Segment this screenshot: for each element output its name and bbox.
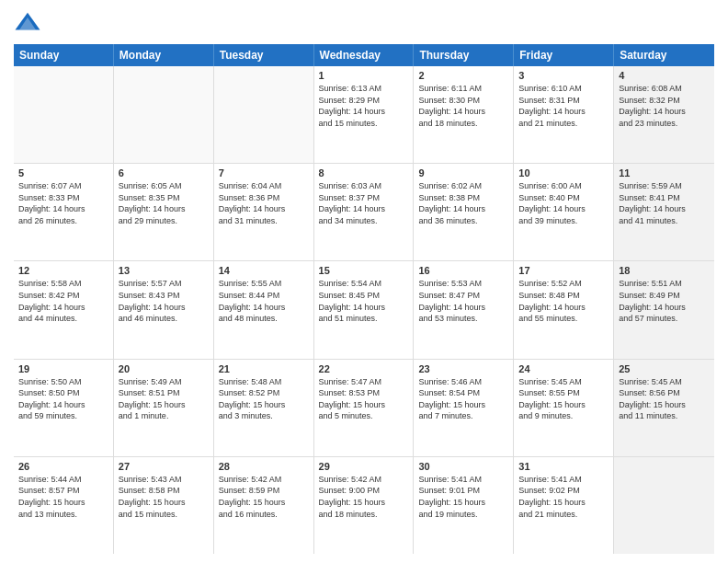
day-info: Sunrise: 6:08 AM Sunset: 8:32 PM Dayligh… [619, 83, 710, 129]
day-info: Sunrise: 6:11 AM Sunset: 8:30 PM Dayligh… [418, 83, 508, 129]
day-number: 25 [619, 363, 710, 374]
day-cell-1: 1Sunrise: 6:13 AM Sunset: 8:29 PM Daylig… [314, 66, 415, 163]
day-info: Sunrise: 6:00 AM Sunset: 8:40 PM Dayligh… [518, 180, 609, 226]
day-cell-14: 14Sunrise: 5:55 AM Sunset: 8:44 PM Dayli… [214, 261, 314, 358]
day-info: Sunrise: 6:05 AM Sunset: 8:35 PM Dayligh… [119, 180, 209, 226]
day-info: Sunrise: 5:59 AM Sunset: 8:41 PM Dayligh… [619, 180, 710, 226]
day-info: Sunrise: 5:45 AM Sunset: 8:55 PM Dayligh… [518, 376, 609, 422]
day-number: 11 [619, 167, 710, 178]
day-info: Sunrise: 5:50 AM Sunset: 8:50 PM Dayligh… [18, 376, 108, 422]
day-cell-29: 29Sunrise: 5:42 AM Sunset: 9:00 PM Dayli… [314, 457, 415, 554]
day-info: Sunrise: 5:47 AM Sunset: 8:53 PM Dayligh… [319, 376, 409, 422]
day-number: 28 [219, 461, 309, 472]
header [14, 9, 714, 37]
day-info: Sunrise: 6:03 AM Sunset: 8:37 PM Dayligh… [319, 180, 409, 226]
day-number: 19 [18, 363, 108, 374]
day-cell-3: 3Sunrise: 6:10 AM Sunset: 8:31 PM Daylig… [514, 66, 614, 163]
day-number: 18 [619, 265, 710, 276]
day-number: 3 [518, 70, 609, 81]
day-info: Sunrise: 5:46 AM Sunset: 8:54 PM Dayligh… [418, 376, 508, 422]
day-number: 10 [518, 167, 609, 178]
day-cell-16: 16Sunrise: 5:53 AM Sunset: 8:47 PM Dayli… [414, 261, 514, 358]
empty-cell [114, 66, 214, 163]
day-info: Sunrise: 6:04 AM Sunset: 8:36 PM Dayligh… [219, 180, 309, 226]
day-cell-2: 2Sunrise: 6:11 AM Sunset: 8:30 PM Daylig… [414, 66, 514, 163]
day-number: 4 [619, 70, 710, 81]
day-cell-7: 7Sunrise: 6:04 AM Sunset: 8:36 PM Daylig… [214, 164, 314, 260]
day-cell-13: 13Sunrise: 5:57 AM Sunset: 8:43 PM Dayli… [114, 261, 214, 358]
day-info: Sunrise: 6:10 AM Sunset: 8:31 PM Dayligh… [518, 83, 609, 129]
logo [14, 9, 45, 37]
day-info: Sunrise: 6:02 AM Sunset: 8:38 PM Dayligh… [418, 180, 508, 226]
day-number: 6 [119, 167, 209, 178]
day-info: Sunrise: 5:52 AM Sunset: 8:48 PM Dayligh… [518, 278, 609, 324]
day-info: Sunrise: 5:55 AM Sunset: 8:44 PM Dayligh… [219, 278, 309, 324]
day-info: Sunrise: 6:07 AM Sunset: 8:33 PM Dayligh… [18, 180, 108, 226]
day-number: 26 [18, 461, 108, 472]
week-row-5: 26Sunrise: 5:44 AM Sunset: 8:57 PM Dayli… [14, 457, 714, 554]
week-row-2: 5Sunrise: 6:07 AM Sunset: 8:33 PM Daylig… [14, 164, 714, 261]
day-cell-6: 6Sunrise: 6:05 AM Sunset: 8:35 PM Daylig… [114, 164, 214, 260]
day-header-monday: Monday [114, 44, 214, 66]
day-info: Sunrise: 5:41 AM Sunset: 9:01 PM Dayligh… [418, 474, 508, 520]
day-cell-21: 21Sunrise: 5:48 AM Sunset: 8:52 PM Dayli… [214, 360, 314, 456]
day-cell-26: 26Sunrise: 5:44 AM Sunset: 8:57 PM Dayli… [14, 457, 114, 554]
day-header-wednesday: Wednesday [314, 44, 415, 66]
day-number: 14 [219, 265, 309, 276]
day-number: 7 [219, 167, 309, 178]
day-info: Sunrise: 5:45 AM Sunset: 8:56 PM Dayligh… [619, 376, 710, 422]
day-cell-31: 31Sunrise: 5:41 AM Sunset: 9:02 PM Dayli… [514, 457, 614, 554]
day-info: Sunrise: 5:42 AM Sunset: 8:59 PM Dayligh… [219, 474, 309, 520]
empty-cell [14, 66, 114, 163]
day-info: Sunrise: 5:53 AM Sunset: 8:47 PM Dayligh… [418, 278, 508, 324]
week-row-4: 19Sunrise: 5:50 AM Sunset: 8:50 PM Dayli… [14, 360, 714, 457]
day-header-saturday: Saturday [614, 44, 714, 66]
day-header-tuesday: Tuesday [214, 44, 314, 66]
day-number: 29 [319, 461, 409, 472]
day-info: Sunrise: 5:57 AM Sunset: 8:43 PM Dayligh… [119, 278, 209, 324]
calendar-body: 1Sunrise: 6:13 AM Sunset: 8:29 PM Daylig… [14, 66, 714, 554]
day-cell-15: 15Sunrise: 5:54 AM Sunset: 8:45 PM Dayli… [314, 261, 415, 358]
day-info: Sunrise: 6:13 AM Sunset: 8:29 PM Dayligh… [319, 83, 409, 129]
day-header-thursday: Thursday [414, 44, 514, 66]
empty-cell [614, 457, 714, 554]
day-cell-23: 23Sunrise: 5:46 AM Sunset: 8:54 PM Dayli… [414, 360, 514, 456]
day-info: Sunrise: 5:49 AM Sunset: 8:51 PM Dayligh… [119, 376, 209, 422]
day-number: 15 [319, 265, 409, 276]
day-cell-20: 20Sunrise: 5:49 AM Sunset: 8:51 PM Dayli… [114, 360, 214, 456]
day-number: 2 [418, 70, 508, 81]
week-row-1: 1Sunrise: 6:13 AM Sunset: 8:29 PM Daylig… [14, 66, 714, 164]
day-number: 31 [518, 461, 609, 472]
day-header-friday: Friday [514, 44, 614, 66]
day-info: Sunrise: 5:58 AM Sunset: 8:42 PM Dayligh… [18, 278, 108, 324]
day-info: Sunrise: 5:43 AM Sunset: 8:58 PM Dayligh… [119, 474, 209, 520]
day-number: 24 [518, 363, 609, 374]
empty-cell [214, 66, 314, 163]
day-cell-18: 18Sunrise: 5:51 AM Sunset: 8:49 PM Dayli… [614, 261, 714, 358]
day-cell-4: 4Sunrise: 6:08 AM Sunset: 8:32 PM Daylig… [614, 66, 714, 163]
day-cell-28: 28Sunrise: 5:42 AM Sunset: 8:59 PM Dayli… [214, 457, 314, 554]
day-cell-11: 11Sunrise: 5:59 AM Sunset: 8:41 PM Dayli… [614, 164, 714, 260]
day-number: 23 [418, 363, 508, 374]
day-info: Sunrise: 5:48 AM Sunset: 8:52 PM Dayligh… [219, 376, 309, 422]
logo-icon [14, 9, 41, 37]
day-number: 30 [418, 461, 508, 472]
day-cell-24: 24Sunrise: 5:45 AM Sunset: 8:55 PM Dayli… [514, 360, 614, 456]
day-number: 22 [319, 363, 409, 374]
day-cell-5: 5Sunrise: 6:07 AM Sunset: 8:33 PM Daylig… [14, 164, 114, 260]
week-row-3: 12Sunrise: 5:58 AM Sunset: 8:42 PM Dayli… [14, 261, 714, 359]
calendar-header: SundayMondayTuesdayWednesdayThursdayFrid… [14, 44, 714, 66]
day-number: 1 [319, 70, 409, 81]
day-cell-12: 12Sunrise: 5:58 AM Sunset: 8:42 PM Dayli… [14, 261, 114, 358]
day-info: Sunrise: 5:44 AM Sunset: 8:57 PM Dayligh… [18, 474, 108, 520]
day-info: Sunrise: 5:42 AM Sunset: 9:00 PM Dayligh… [319, 474, 409, 520]
day-number: 13 [119, 265, 209, 276]
day-number: 16 [418, 265, 508, 276]
day-info: Sunrise: 5:54 AM Sunset: 8:45 PM Dayligh… [319, 278, 409, 324]
day-number: 20 [119, 363, 209, 374]
day-cell-17: 17Sunrise: 5:52 AM Sunset: 8:48 PM Dayli… [514, 261, 614, 358]
day-cell-19: 19Sunrise: 5:50 AM Sunset: 8:50 PM Dayli… [14, 360, 114, 456]
day-cell-22: 22Sunrise: 5:47 AM Sunset: 8:53 PM Dayli… [314, 360, 415, 456]
day-number: 27 [119, 461, 209, 472]
day-info: Sunrise: 5:41 AM Sunset: 9:02 PM Dayligh… [518, 474, 609, 520]
